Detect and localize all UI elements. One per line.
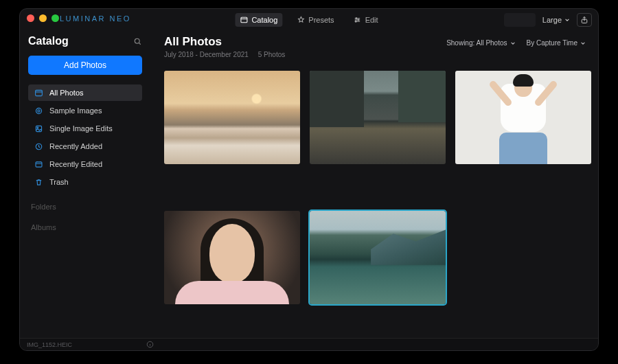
sidebar-item-recently-edited[interactable]: Recently Edited bbox=[28, 156, 142, 172]
svg-rect-6 bbox=[35, 90, 42, 95]
tab-presets-label: Presets bbox=[308, 16, 334, 24]
thumb-beach[interactable] bbox=[164, 71, 300, 164]
tab-edit-label: Edit bbox=[365, 16, 378, 24]
filter-sort-label: By Capture Time bbox=[527, 39, 577, 47]
sidebar-item-label: All Photos bbox=[49, 89, 84, 97]
main-area: All Photos July 2018 - December 2021 5 P… bbox=[150, 32, 598, 338]
filter-sort[interactable]: By Capture Time bbox=[527, 39, 586, 47]
svg-point-1 bbox=[356, 18, 357, 19]
svg-point-8 bbox=[37, 109, 39, 111]
top-right-controls: Large bbox=[504, 13, 592, 27]
tab-edit[interactable]: Edit bbox=[349, 13, 383, 27]
recently-added-icon bbox=[34, 142, 43, 151]
sidebar-item-trash[interactable]: Trash bbox=[28, 174, 142, 190]
tab-catalog-label: Catalog bbox=[251, 16, 277, 24]
status-bar: IMG_1152.HEIC bbox=[20, 338, 598, 350]
app-brand: LUMINAR NEO bbox=[60, 14, 131, 23]
share-icon bbox=[580, 16, 588, 24]
info-icon bbox=[146, 341, 154, 348]
add-photos-button[interactable]: Add Photos bbox=[28, 56, 142, 75]
sidebar-item-label: Trash bbox=[49, 178, 69, 186]
tab-catalog[interactable]: Catalog bbox=[235, 13, 282, 27]
svg-rect-12 bbox=[36, 161, 42, 166]
sidebar-item-recently-added[interactable]: Recently Added bbox=[28, 138, 142, 155]
status-info-button[interactable] bbox=[146, 341, 154, 348]
share-button[interactable] bbox=[577, 13, 592, 27]
thumbnail-size-select[interactable]: Large bbox=[542, 16, 570, 24]
date-range: July 2018 - December 2021 bbox=[164, 51, 249, 58]
app-window: LUMINAR NEO Catalog Presets Edit Large bbox=[19, 8, 599, 351]
all-photos-icon bbox=[34, 89, 43, 98]
search-icon bbox=[133, 37, 142, 46]
chevron-down-icon bbox=[564, 17, 570, 23]
edit-icon bbox=[354, 16, 362, 24]
sidebar-item-label: Recently Added bbox=[49, 142, 102, 150]
search-button[interactable] bbox=[133, 37, 142, 46]
svg-rect-0 bbox=[241, 17, 247, 23]
recently-edited-icon bbox=[34, 160, 43, 169]
sidebar-item-single-edits[interactable]: Single Image Edits bbox=[28, 120, 142, 137]
page-subtitle: July 2018 - December 2021 5 Photos bbox=[164, 51, 285, 58]
status-filename: IMG_1152.HEIC bbox=[27, 341, 72, 348]
thumbnail-grid-row2 bbox=[164, 211, 586, 304]
sidebar-item-label: Single Image Edits bbox=[49, 124, 113, 133]
filter-showing-label: Showing: All Photos bbox=[446, 39, 507, 47]
svg-point-5 bbox=[135, 38, 139, 43]
thumbnail-grid-row1 bbox=[164, 71, 586, 164]
top-mode-tabs: Catalog Presets Edit bbox=[235, 13, 382, 27]
window-traffic-lights bbox=[27, 14, 59, 22]
sidebar-nav: All Photos Sample Images Single Image Ed… bbox=[28, 84, 142, 190]
photo-count: 5 Photos bbox=[258, 51, 285, 58]
close-window-button[interactable] bbox=[27, 14, 34, 22]
svg-point-10 bbox=[37, 127, 38, 128]
top-right-blank[interactable] bbox=[504, 13, 536, 27]
sidebar-section-folders[interactable]: Folders bbox=[28, 203, 142, 211]
tab-presets[interactable]: Presets bbox=[292, 13, 339, 27]
sidebar-item-all-photos[interactable]: All Photos bbox=[28, 84, 142, 101]
svg-point-2 bbox=[358, 19, 359, 21]
sidebar-item-sample-images[interactable]: Sample Images bbox=[28, 102, 142, 119]
maximize-window-button[interactable] bbox=[52, 14, 59, 22]
sidebar-title: Catalog bbox=[28, 35, 69, 47]
single-edits-icon bbox=[34, 124, 43, 133]
catalog-icon bbox=[240, 16, 248, 24]
chevron-down-icon bbox=[510, 41, 516, 46]
sidebar: Catalog Add Photos All Photos Sample Ima… bbox=[20, 32, 150, 338]
thumbnail-size-label: Large bbox=[542, 16, 562, 24]
thumb-model[interactable] bbox=[455, 71, 591, 164]
thumb-city[interactable] bbox=[310, 71, 446, 164]
sidebar-item-label: Recently Edited bbox=[49, 160, 102, 168]
minimize-window-button[interactable] bbox=[39, 14, 47, 22]
thumb-portrait[interactable] bbox=[164, 211, 300, 304]
thumb-river[interactable] bbox=[310, 211, 446, 304]
svg-point-3 bbox=[355, 21, 356, 22]
sample-images-icon bbox=[34, 106, 43, 115]
filter-showing[interactable]: Showing: All Photos bbox=[446, 39, 515, 47]
sidebar-section-albums[interactable]: Albums bbox=[28, 223, 142, 231]
svg-rect-9 bbox=[36, 126, 41, 131]
svg-point-7 bbox=[36, 108, 41, 113]
page-title: All Photos bbox=[164, 35, 285, 49]
presets-icon bbox=[297, 16, 305, 24]
chevron-down-icon bbox=[580, 41, 586, 46]
trash-icon bbox=[34, 178, 43, 187]
sidebar-item-label: Sample Images bbox=[49, 106, 102, 115]
